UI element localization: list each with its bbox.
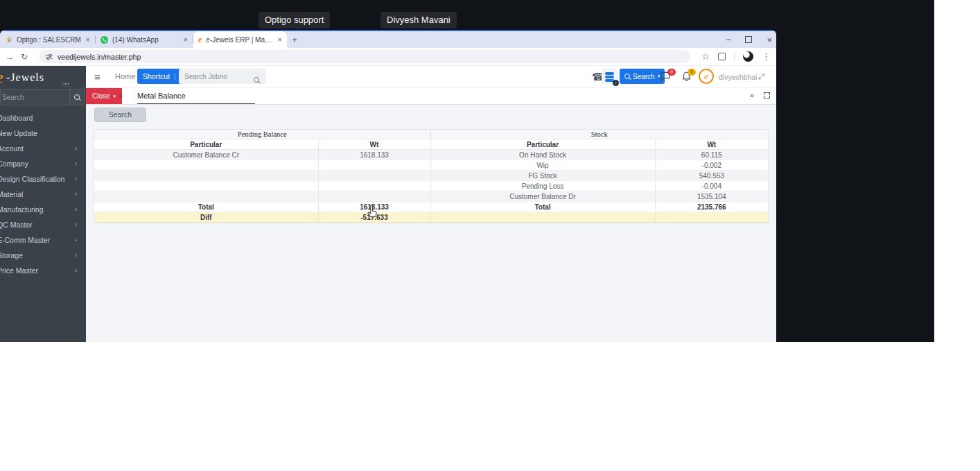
site-settings-icon[interactable] [46, 53, 53, 60]
cell-wt: 60.115 [655, 150, 768, 160]
address-bar[interactable]: veedijewels.in/master.php [39, 50, 690, 63]
cell-wt [318, 160, 430, 171]
db-bar [605, 72, 614, 75]
fullscreen-icon[interactable] [764, 92, 770, 99]
crown-icon: ♛ [6, 36, 12, 44]
chevron-left-icon: ‹ [75, 202, 77, 217]
home-link[interactable]: Home [115, 72, 135, 80]
reload-icon[interactable]: ↻ [21, 53, 28, 61]
ejewels-icon: e [198, 35, 202, 45]
scroll-tabs-right-icon[interactable]: » [750, 91, 754, 99]
page-tabbar: Close ▾ « Metal Balance » [86, 88, 776, 105]
sidebar-item-material[interactable]: Material‹ [0, 187, 86, 202]
maximize-button[interactable] [745, 36, 752, 43]
extensions-icon[interactable] [718, 53, 726, 60]
participant-name-tag: Divyesh Mavani [380, 12, 457, 28]
cell-particular: Pending Loss [430, 181, 655, 191]
sidebar-search [0, 89, 86, 107]
sidebar-item-price-master[interactable]: Price Master‹ [0, 263, 86, 278]
cell-particular: Total [430, 202, 655, 212]
chevron-left-icon: ‹ [75, 141, 77, 156]
jobno-search-input[interactable] [179, 69, 266, 84]
sidebar-search-button[interactable] [69, 89, 85, 105]
chevron-left-icon: ‹ [75, 171, 77, 187]
close-icon[interactable]: × [278, 36, 282, 43]
table-group-row: Pending BalanceStock [94, 130, 768, 139]
app-logo[interactable]: e -Jewels ERP [0, 69, 86, 90]
chevron-left-icon: ‹ [75, 263, 77, 278]
sidebar-item-dashboard[interactable]: Dashboard [0, 110, 86, 126]
sidebar-item-design-classification[interactable]: Design Classification‹ [0, 171, 86, 187]
tab-title: Optigo : SALESCRM [17, 36, 82, 44]
column-header: Wt [318, 139, 430, 150]
participant-name-tag: Optigo support [259, 12, 330, 28]
minimize-button[interactable]: – [726, 35, 731, 44]
sidebar-item-label: Manufacturing [0, 205, 44, 214]
sidebar-menu: DashboardNew UpdateAccount‹Company‹Desig… [0, 110, 86, 278]
sidebar-item-e-comm-master[interactable]: E-Comm Master‹ [0, 232, 86, 248]
cell-wt: 540.553 [655, 171, 768, 181]
search-icon [254, 77, 259, 83]
close-tab-button[interactable]: Close ▾ [86, 88, 122, 104]
sidebar-item-qc-master[interactable]: QC Master‹ [0, 217, 86, 232]
sidebar-item-label: Material [0, 190, 23, 198]
cell-particular [94, 181, 318, 191]
cell-wt [318, 181, 430, 191]
cell-particular: Total [94, 202, 318, 212]
close-icon[interactable]: × [86, 36, 90, 43]
table-row: Customer Balance Dr1535.104 [94, 191, 768, 202]
mouse-cursor-hand [366, 205, 378, 219]
screenshot-stage: Optigo support Divyesh Mavani ♛Optigo : … [0, 0, 980, 471]
bell-icon[interactable]: 0 [682, 71, 691, 84]
tab-title: (14) WhatsApp [112, 36, 180, 44]
database-icon[interactable]: ↓ [602, 69, 618, 85]
chat-icon[interactable]: 0 [660, 71, 671, 84]
chevron-down-icon: ▾ [114, 94, 116, 99]
browser-tab[interactable]: ♛Optigo : SALESCRM× [1, 31, 95, 48]
close-icon[interactable]: × [184, 36, 188, 43]
bookmark-star-icon[interactable]: ☆ [701, 52, 710, 61]
url-text: veedijewels.in/master.php [58, 53, 141, 61]
search-button[interactable]: Search [94, 108, 146, 122]
browser-tab[interactable]: ee-Jewels ERP | Master× [193, 31, 287, 48]
whatsapp-icon [100, 36, 108, 44]
sidebar-item-label: Company [0, 160, 28, 168]
browser-tab[interactable]: (14) WhatsApp× [96, 31, 193, 48]
browser-toolbar: → ↻ veedijewels.in/master.php ☆ ⋮ [0, 48, 776, 66]
cell-particular [94, 191, 318, 202]
app-main: ≡ Home Shortcut ▾ ☎ ↓ [86, 66, 776, 342]
nav-search-label: Search [633, 73, 655, 80]
expand-arrows-icon[interactable]: ⤢ [758, 72, 767, 80]
browser-profile-avatar[interactable] [743, 51, 753, 62]
sidebar-item-manufacturing[interactable]: Manufacturing‹ [0, 202, 86, 217]
table-row: Pending Loss-0.004 [94, 181, 768, 191]
new-tab-button[interactable]: + [287, 35, 302, 45]
cell-particular [94, 171, 318, 181]
cell-wt [318, 191, 430, 202]
close-window-button[interactable]: × [767, 35, 772, 45]
nav-search-button[interactable]: Search ▾ [620, 69, 665, 84]
sidebar-search-input[interactable] [0, 89, 69, 105]
chevron-left-icon: ‹ [75, 248, 77, 263]
sidebar-item-company[interactable]: Company‹ [0, 156, 86, 171]
logo-text: -Jewels [6, 71, 44, 84]
sidebar-item-account[interactable]: Account‹ [0, 141, 86, 156]
user-avatar[interactable]: e [699, 69, 714, 84]
cell-particular: Customer Balance Cr [94, 150, 318, 160]
cell-wt: -0.004 [655, 181, 768, 191]
db-download-badge: ↓ [613, 80, 619, 86]
page-title-tab[interactable]: Metal Balance [137, 88, 255, 104]
table-row: Customer Balance Cr1618.133On Hand Stock… [94, 150, 768, 160]
cell-wt: 1618.133 [318, 150, 430, 160]
browser-menu-icon[interactable]: ⋮ [762, 52, 771, 61]
chevron-left-icon: ‹ [75, 232, 77, 248]
app-navbar: ≡ Home Shortcut ▾ ☎ ↓ [86, 66, 776, 88]
sidebar-item-storage[interactable]: Storage‹ [0, 248, 86, 263]
cell-wt [655, 212, 768, 223]
hamburger-icon[interactable]: ≡ [94, 71, 100, 83]
sidebar-item-new-update[interactable]: New Update [0, 126, 86, 141]
toolbar-right: ☆ ⋮ [701, 51, 771, 62]
scroll-tabs-left-icon[interactable]: « [119, 91, 123, 99]
search-icon [74, 94, 80, 100]
forward-icon[interactable]: → [6, 53, 14, 61]
